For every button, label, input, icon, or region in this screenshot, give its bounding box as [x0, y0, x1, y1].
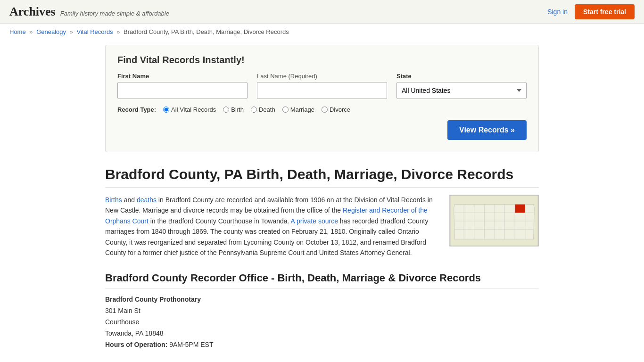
- hours-value: 9AM-5PM EST: [169, 341, 213, 348]
- record-type-label: Record Type:: [117, 106, 156, 113]
- radio-birth[interactable]: Birth: [223, 106, 244, 113]
- state-label: State: [396, 73, 527, 80]
- site-tagline: Family history made simple & affordable: [60, 10, 169, 17]
- search-title: Find Vital Records Instantly!: [117, 55, 527, 66]
- record-type-row: Record Type: All Vital Records Birth Dea…: [117, 106, 527, 113]
- radio-birth-label: Birth: [231, 106, 244, 113]
- radio-divorce-input[interactable]: [322, 107, 328, 113]
- last-name-required: (Required): [289, 73, 317, 80]
- site-logo: Archives: [9, 5, 56, 19]
- content-text: Births and deaths in Bradford County are…: [105, 195, 440, 258]
- last-name-label: Last Name (Required): [257, 73, 387, 80]
- header-logo-area: Archives Family history made simple & af…: [9, 5, 169, 19]
- radio-birth-input[interactable]: [223, 107, 229, 113]
- sign-in-link[interactable]: Sign in: [547, 8, 568, 16]
- breadcrumb-vital-records[interactable]: Vital Records: [77, 28, 113, 35]
- private-source-link[interactable]: A private source: [291, 217, 338, 225]
- view-records-button[interactable]: View Records »: [447, 120, 527, 140]
- start-trial-button[interactable]: Start free trial: [575, 4, 635, 19]
- breadcrumb-sep-1: »: [29, 28, 33, 35]
- office-address: 301 Main St Courthouse Towanda, PA 18848…: [105, 305, 539, 350]
- breadcrumb: Home » Genealogy » Vital Records » Bradf…: [0, 24, 644, 40]
- breadcrumb-sep-3: »: [116, 28, 120, 35]
- main-content: Find Vital Records Instantly! First Name…: [96, 40, 548, 362]
- content-section: Births and deaths in Bradford County are…: [105, 195, 539, 258]
- search-fields: First Name Last Name (Required) State Al…: [117, 73, 527, 99]
- radio-all-vital[interactable]: All Vital Records: [163, 106, 216, 113]
- recorder-section: Bradford County Recorder Office - Birth,…: [105, 272, 539, 350]
- breadcrumb-current: Bradford County, PA Birth, Death, Marria…: [124, 28, 289, 35]
- body-text-3: in the Bradford County Courthouse in Tow…: [149, 217, 291, 225]
- last-name-input[interactable]: [257, 82, 387, 99]
- site-header: Archives Family history made simple & af…: [0, 0, 644, 24]
- state-field-group: State All United States Alabama Alaska A…: [396, 73, 527, 99]
- first-name-input[interactable]: [117, 82, 248, 99]
- deaths-link[interactable]: deaths: [137, 196, 157, 204]
- radio-divorce[interactable]: Divorce: [322, 106, 350, 113]
- header-nav: Sign in Start free trial: [547, 4, 635, 19]
- first-name-field-group: First Name: [117, 73, 248, 99]
- office-info: Bradford County Prothonotary 301 Main St…: [105, 296, 539, 350]
- and-text: and: [122, 196, 137, 204]
- pa-map: [449, 195, 539, 247]
- hours-row: Hours of Operation: 9AM-5PM EST: [105, 339, 539, 351]
- radio-all-vital-input[interactable]: [163, 107, 169, 113]
- last-name-field-group: Last Name (Required): [257, 73, 387, 99]
- map-container: [449, 195, 539, 258]
- births-link[interactable]: Births: [105, 196, 122, 204]
- intro-paragraph: Births and deaths in Bradford County are…: [105, 195, 440, 258]
- radio-death[interactable]: Death: [251, 106, 275, 113]
- state-select[interactable]: All United States Alabama Alaska Arizona…: [396, 82, 527, 99]
- search-box: Find Vital Records Instantly! First Name…: [105, 45, 539, 152]
- address-line2: Courthouse: [105, 317, 539, 328]
- radio-group: All Vital Records Birth Death Marriage D…: [163, 106, 350, 113]
- hours-label: Hours of Operation:: [105, 341, 167, 348]
- radio-death-input[interactable]: [251, 107, 257, 113]
- radio-marriage[interactable]: Marriage: [282, 106, 314, 113]
- radio-all-vital-label: All Vital Records: [171, 106, 216, 113]
- radio-divorce-label: Divorce: [330, 106, 350, 113]
- breadcrumb-home[interactable]: Home: [9, 28, 26, 35]
- page-title: Bradford County, PA Birth, Death, Marria…: [105, 166, 539, 188]
- breadcrumb-genealogy[interactable]: Genealogy: [36, 28, 66, 35]
- breadcrumb-sep-2: »: [70, 28, 73, 35]
- search-btn-row: View Records »: [117, 120, 527, 140]
- first-name-label: First Name: [117, 73, 248, 80]
- address-line1: 301 Main St: [105, 305, 539, 317]
- svg-rect-12: [515, 205, 525, 213]
- radio-marriage-input[interactable]: [282, 107, 289, 113]
- radio-death-label: Death: [259, 106, 275, 113]
- section-title: Bradford County Recorder Office - Birth,…: [105, 272, 539, 288]
- address-line3: Towanda, PA 18848: [105, 328, 539, 339]
- office-name: Bradford County Prothonotary: [105, 296, 539, 303]
- radio-marriage-label: Marriage: [290, 106, 314, 113]
